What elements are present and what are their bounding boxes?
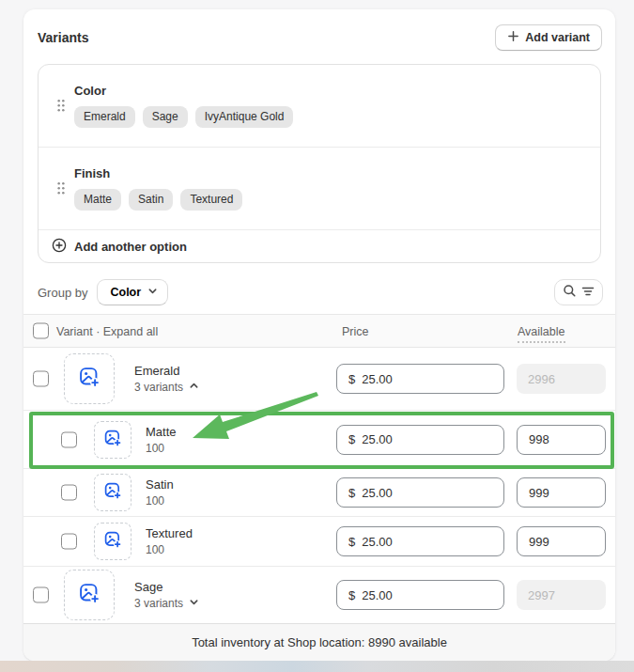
table-row-sage: Sage 3 variants $ <box>23 567 615 623</box>
image-add-icon <box>103 530 122 553</box>
image-add-icon <box>103 429 122 451</box>
variant-name-block: Satin 100 <box>146 477 174 508</box>
row-checkbox[interactable] <box>61 431 77 447</box>
option-value-tag[interactable]: Textured <box>180 189 242 211</box>
variant-image-placeholder[interactable] <box>64 570 115 620</box>
row-checkbox[interactable] <box>61 534 77 550</box>
price-input[interactable] <box>362 486 492 500</box>
variant-expand-toggle[interactable]: 3 variants <box>134 597 199 610</box>
groupby-row: Group by Color <box>38 279 603 305</box>
price-field: $ <box>336 580 504 610</box>
currency-prefix: $ <box>348 535 355 549</box>
variant-expand-toggle[interactable]: 3 variants <box>134 381 199 394</box>
variant-name[interactable]: Matte <box>146 425 177 439</box>
total-inventory-text: Total inventory at Shop location: 8990 a… <box>192 635 447 649</box>
variants-card: Variants Add variant Color Emerald Sage … <box>23 9 615 661</box>
price-field: $ <box>336 477 504 508</box>
options-box: Color Emerald Sage IvyAntique Gold Finis… <box>38 64 601 263</box>
option-value-tag[interactable]: Emerald <box>74 106 135 128</box>
add-another-option-button[interactable]: Add another option <box>39 229 600 262</box>
table-row-textured: Textured 100 $ <box>23 517 615 567</box>
variant-image-placeholder[interactable] <box>64 353 115 404</box>
currency-prefix: $ <box>348 372 355 386</box>
table-row-emerald: Emerald 3 variants $ <box>23 348 615 411</box>
price-input[interactable] <box>362 535 492 549</box>
add-variant-label: Add variant <box>525 31 590 44</box>
currency-prefix: $ <box>348 588 355 602</box>
available-input[interactable] <box>517 477 606 508</box>
available-column-header[interactable]: Available <box>518 325 565 343</box>
variant-name[interactable]: Textured <box>146 526 193 540</box>
image-add-icon <box>78 366 101 392</box>
drag-handle-icon[interactable] <box>48 181 74 195</box>
option-value-tag[interactable]: Sage <box>143 106 188 128</box>
add-variant-button[interactable]: Add variant <box>495 24 602 51</box>
drag-handle-icon[interactable] <box>48 99 74 113</box>
chevron-down-icon <box>189 597 199 610</box>
variant-name-block: Emerald 3 variants <box>134 364 199 394</box>
option-row-finish: Finish Matte Satin Textured <box>39 147 600 229</box>
image-add-icon <box>78 582 101 608</box>
groupby-select[interactable]: Color <box>97 279 168 305</box>
background-content-strip <box>0 661 634 672</box>
variant-quantity: 100 <box>146 442 164 455</box>
variant-name[interactable]: Sage <box>134 580 199 594</box>
search-filter-button[interactable] <box>554 279 603 305</box>
variant-quantity: 100 <box>146 543 164 556</box>
variant-count: 3 variants <box>134 597 183 610</box>
available-input <box>517 364 606 394</box>
image-add-icon <box>103 481 122 504</box>
available-input <box>517 580 606 610</box>
available-input[interactable] <box>517 526 606 556</box>
price-field: $ <box>336 425 504 455</box>
option-value-tag[interactable]: IvyAntique Gold <box>195 106 294 128</box>
search-icon <box>563 284 577 301</box>
groupby-selected-value: Color <box>110 286 141 299</box>
variant-name-block: Sage 3 variants <box>134 580 199 610</box>
table-row-matte: Matte 100 $ <box>23 411 615 469</box>
variant-name-block: Textured 100 <box>146 526 193 556</box>
currency-prefix: $ <box>348 432 355 446</box>
variants-table: Variant · Expand all Price Available Eme… <box>23 314 615 623</box>
variant-count: 3 variants <box>134 381 183 394</box>
option-name: Finish <box>74 166 242 180</box>
row-checkbox[interactable] <box>33 587 49 603</box>
variant-image-placeholder[interactable] <box>94 474 131 511</box>
row-checkbox[interactable] <box>61 485 77 501</box>
plus-circle-icon <box>52 238 67 256</box>
table-row-satin: Satin 100 $ <box>23 469 615 517</box>
chevron-down-icon <box>147 286 158 299</box>
inventory-footer: Total inventory at Shop location: 8990 a… <box>23 623 615 661</box>
price-field: $ <box>336 526 504 556</box>
variant-name[interactable]: Emerald <box>134 364 199 378</box>
card-header: Variants Add variant <box>38 13 602 62</box>
variant-image-placeholder[interactable] <box>94 421 131 459</box>
option-value-tag[interactable]: Matte <box>74 189 121 211</box>
currency-prefix: $ <box>348 486 355 500</box>
table-header: Variant · Expand all Price Available <box>23 314 615 348</box>
price-column-header: Price <box>342 325 368 338</box>
option-value-tag[interactable]: Satin <box>129 189 173 211</box>
variant-image-placeholder[interactable] <box>94 523 131 560</box>
price-input[interactable] <box>362 432 492 446</box>
option-row-color: Color Emerald Sage IvyAntique Gold <box>39 65 600 147</box>
page-title: Variants <box>38 30 88 45</box>
variant-column-header[interactable]: Variant · Expand all <box>56 325 158 338</box>
chevron-up-icon <box>189 381 199 394</box>
price-input[interactable] <box>362 372 492 386</box>
plus-icon <box>507 30 519 45</box>
available-input[interactable] <box>517 425 606 455</box>
variant-name-block: Matte 100 <box>146 425 177 455</box>
add-another-option-label: Add another option <box>74 240 187 254</box>
row-checkbox[interactable] <box>33 371 49 387</box>
filter-icon <box>581 285 595 301</box>
select-all-checkbox[interactable] <box>33 323 49 339</box>
variant-name[interactable]: Satin <box>146 477 174 492</box>
option-name: Color <box>74 84 293 98</box>
groupby-label: Group by <box>38 286 87 300</box>
variant-quantity: 100 <box>146 494 164 508</box>
price-input[interactable] <box>362 588 492 602</box>
price-field: $ <box>336 364 504 394</box>
